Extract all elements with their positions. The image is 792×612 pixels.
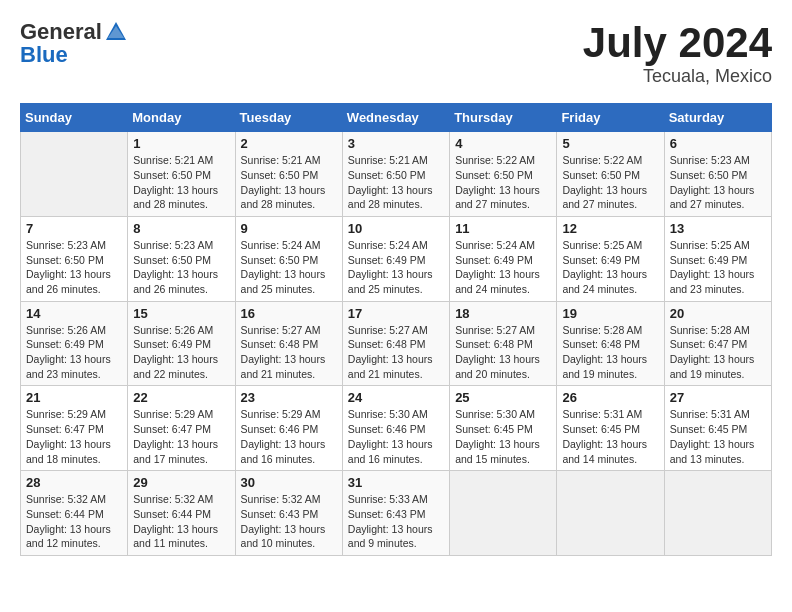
day-info: Sunrise: 5:21 AM Sunset: 6:50 PM Dayligh…: [348, 153, 444, 212]
day-number: 31: [348, 475, 444, 490]
calendar-cell: 23Sunrise: 5:29 AM Sunset: 6:46 PM Dayli…: [235, 386, 342, 471]
day-info: Sunrise: 5:32 AM Sunset: 6:44 PM Dayligh…: [133, 492, 229, 551]
day-number: 23: [241, 390, 337, 405]
day-info: Sunrise: 5:30 AM Sunset: 6:45 PM Dayligh…: [455, 407, 551, 466]
day-info: Sunrise: 5:25 AM Sunset: 6:49 PM Dayligh…: [562, 238, 658, 297]
calendar-cell: 2Sunrise: 5:21 AM Sunset: 6:50 PM Daylig…: [235, 132, 342, 217]
calendar-location: Tecuala, Mexico: [583, 66, 772, 87]
day-info: Sunrise: 5:29 AM Sunset: 6:47 PM Dayligh…: [133, 407, 229, 466]
day-number: 10: [348, 221, 444, 236]
day-info: Sunrise: 5:22 AM Sunset: 6:50 PM Dayligh…: [562, 153, 658, 212]
calendar-cell: 3Sunrise: 5:21 AM Sunset: 6:50 PM Daylig…: [342, 132, 449, 217]
day-info: Sunrise: 5:28 AM Sunset: 6:48 PM Dayligh…: [562, 323, 658, 382]
calendar-cell: 10Sunrise: 5:24 AM Sunset: 6:49 PM Dayli…: [342, 216, 449, 301]
day-number: 29: [133, 475, 229, 490]
calendar-cell: 12Sunrise: 5:25 AM Sunset: 6:49 PM Dayli…: [557, 216, 664, 301]
day-number: 22: [133, 390, 229, 405]
day-number: 8: [133, 221, 229, 236]
header-cell-sunday: Sunday: [21, 104, 128, 132]
day-number: 18: [455, 306, 551, 321]
header-cell-tuesday: Tuesday: [235, 104, 342, 132]
calendar-body: 1Sunrise: 5:21 AM Sunset: 6:50 PM Daylig…: [21, 132, 772, 556]
day-info: Sunrise: 5:29 AM Sunset: 6:47 PM Dayligh…: [26, 407, 122, 466]
day-info: Sunrise: 5:23 AM Sunset: 6:50 PM Dayligh…: [670, 153, 766, 212]
day-info: Sunrise: 5:27 AM Sunset: 6:48 PM Dayligh…: [241, 323, 337, 382]
day-info: Sunrise: 5:26 AM Sunset: 6:49 PM Dayligh…: [26, 323, 122, 382]
day-number: 30: [241, 475, 337, 490]
calendar-cell: 20Sunrise: 5:28 AM Sunset: 6:47 PM Dayli…: [664, 301, 771, 386]
calendar-cell: 1Sunrise: 5:21 AM Sunset: 6:50 PM Daylig…: [128, 132, 235, 217]
logo-block: General Blue: [20, 20, 128, 66]
day-info: Sunrise: 5:31 AM Sunset: 6:45 PM Dayligh…: [562, 407, 658, 466]
day-info: Sunrise: 5:21 AM Sunset: 6:50 PM Dayligh…: [241, 153, 337, 212]
day-number: 20: [670, 306, 766, 321]
header-cell-monday: Monday: [128, 104, 235, 132]
calendar-title: July 2024: [583, 20, 772, 66]
header-row: SundayMondayTuesdayWednesdayThursdayFrid…: [21, 104, 772, 132]
calendar-cell: 17Sunrise: 5:27 AM Sunset: 6:48 PM Dayli…: [342, 301, 449, 386]
calendar-cell: [664, 471, 771, 556]
day-info: Sunrise: 5:24 AM Sunset: 6:50 PM Dayligh…: [241, 238, 337, 297]
calendar-cell: 30Sunrise: 5:32 AM Sunset: 6:43 PM Dayli…: [235, 471, 342, 556]
day-number: 6: [670, 136, 766, 151]
day-number: 4: [455, 136, 551, 151]
day-info: Sunrise: 5:24 AM Sunset: 6:49 PM Dayligh…: [455, 238, 551, 297]
day-info: Sunrise: 5:33 AM Sunset: 6:43 PM Dayligh…: [348, 492, 444, 551]
day-info: Sunrise: 5:23 AM Sunset: 6:50 PM Dayligh…: [26, 238, 122, 297]
day-number: 3: [348, 136, 444, 151]
calendar-cell: 31Sunrise: 5:33 AM Sunset: 6:43 PM Dayli…: [342, 471, 449, 556]
calendar-week-4: 21Sunrise: 5:29 AM Sunset: 6:47 PM Dayli…: [21, 386, 772, 471]
calendar-cell: 15Sunrise: 5:26 AM Sunset: 6:49 PM Dayli…: [128, 301, 235, 386]
calendar-cell: 16Sunrise: 5:27 AM Sunset: 6:48 PM Dayli…: [235, 301, 342, 386]
day-info: Sunrise: 5:25 AM Sunset: 6:49 PM Dayligh…: [670, 238, 766, 297]
page-header: General Blue July 2024 Tecuala, Mexico: [20, 20, 772, 87]
logo-blue: Blue: [20, 44, 128, 66]
day-number: 25: [455, 390, 551, 405]
calendar-cell: 22Sunrise: 5:29 AM Sunset: 6:47 PM Dayli…: [128, 386, 235, 471]
logo-row: General: [20, 20, 128, 44]
day-number: 12: [562, 221, 658, 236]
calendar-cell: 11Sunrise: 5:24 AM Sunset: 6:49 PM Dayli…: [450, 216, 557, 301]
day-number: 27: [670, 390, 766, 405]
day-info: Sunrise: 5:32 AM Sunset: 6:43 PM Dayligh…: [241, 492, 337, 551]
logo-icon: [104, 20, 128, 44]
calendar-week-3: 14Sunrise: 5:26 AM Sunset: 6:49 PM Dayli…: [21, 301, 772, 386]
header-cell-wednesday: Wednesday: [342, 104, 449, 132]
calendar-week-2: 7Sunrise: 5:23 AM Sunset: 6:50 PM Daylig…: [21, 216, 772, 301]
day-number: 7: [26, 221, 122, 236]
day-info: Sunrise: 5:27 AM Sunset: 6:48 PM Dayligh…: [348, 323, 444, 382]
day-info: Sunrise: 5:27 AM Sunset: 6:48 PM Dayligh…: [455, 323, 551, 382]
calendar-cell: 14Sunrise: 5:26 AM Sunset: 6:49 PM Dayli…: [21, 301, 128, 386]
calendar-cell: [557, 471, 664, 556]
calendar-week-1: 1Sunrise: 5:21 AM Sunset: 6:50 PM Daylig…: [21, 132, 772, 217]
day-info: Sunrise: 5:22 AM Sunset: 6:50 PM Dayligh…: [455, 153, 551, 212]
day-info: Sunrise: 5:24 AM Sunset: 6:49 PM Dayligh…: [348, 238, 444, 297]
calendar-cell: 21Sunrise: 5:29 AM Sunset: 6:47 PM Dayli…: [21, 386, 128, 471]
day-number: 17: [348, 306, 444, 321]
calendar-cell: 7Sunrise: 5:23 AM Sunset: 6:50 PM Daylig…: [21, 216, 128, 301]
day-info: Sunrise: 5:23 AM Sunset: 6:50 PM Dayligh…: [133, 238, 229, 297]
day-number: 15: [133, 306, 229, 321]
calendar-cell: [21, 132, 128, 217]
day-number: 24: [348, 390, 444, 405]
day-info: Sunrise: 5:26 AM Sunset: 6:49 PM Dayligh…: [133, 323, 229, 382]
day-number: 19: [562, 306, 658, 321]
day-number: 26: [562, 390, 658, 405]
day-info: Sunrise: 5:30 AM Sunset: 6:46 PM Dayligh…: [348, 407, 444, 466]
calendar-cell: 28Sunrise: 5:32 AM Sunset: 6:44 PM Dayli…: [21, 471, 128, 556]
header-cell-friday: Friday: [557, 104, 664, 132]
calendar-cell: 25Sunrise: 5:30 AM Sunset: 6:45 PM Dayli…: [450, 386, 557, 471]
header-cell-saturday: Saturday: [664, 104, 771, 132]
calendar-cell: 13Sunrise: 5:25 AM Sunset: 6:49 PM Dayli…: [664, 216, 771, 301]
day-info: Sunrise: 5:29 AM Sunset: 6:46 PM Dayligh…: [241, 407, 337, 466]
day-number: 5: [562, 136, 658, 151]
calendar-cell: 18Sunrise: 5:27 AM Sunset: 6:48 PM Dayli…: [450, 301, 557, 386]
header-cell-thursday: Thursday: [450, 104, 557, 132]
day-number: 9: [241, 221, 337, 236]
calendar-cell: 6Sunrise: 5:23 AM Sunset: 6:50 PM Daylig…: [664, 132, 771, 217]
day-number: 21: [26, 390, 122, 405]
day-info: Sunrise: 5:21 AM Sunset: 6:50 PM Dayligh…: [133, 153, 229, 212]
calendar-cell: 29Sunrise: 5:32 AM Sunset: 6:44 PM Dayli…: [128, 471, 235, 556]
day-info: Sunrise: 5:31 AM Sunset: 6:45 PM Dayligh…: [670, 407, 766, 466]
title-block: July 2024 Tecuala, Mexico: [583, 20, 772, 87]
